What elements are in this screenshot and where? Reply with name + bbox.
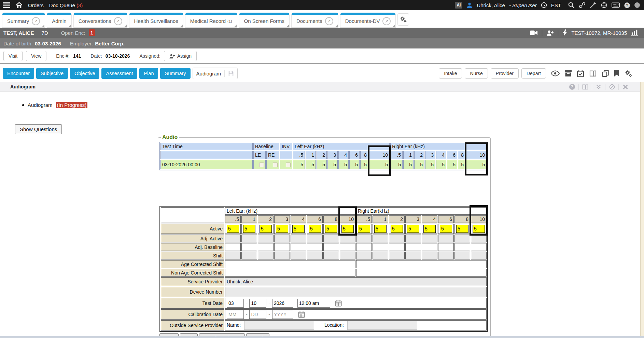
checkbox-icon[interactable] [286, 163, 291, 167]
grid-cell[interactable]: 5 [274, 224, 290, 234]
eye-icon[interactable] [551, 70, 560, 77]
person-add-icon[interactable] [546, 30, 554, 36]
soap-subjective-button[interactable]: Subjective [36, 68, 68, 79]
grid-cell-empty[interactable] [241, 252, 257, 259]
grid-cell[interactable]: 1 [373, 215, 388, 223]
help-icon[interactable]: ? [624, 2, 630, 9]
calendar-icon[interactable] [298, 311, 305, 318]
grid-cell[interactable]: 5 [436, 160, 446, 169]
copy-icon[interactable] [602, 70, 609, 77]
grid-cell-empty[interactable] [389, 235, 405, 242]
grid-cell[interactable]: 5 [422, 224, 437, 234]
right-panel-strip[interactable] [640, 82, 644, 338]
grid-cell[interactable]: .5 [356, 215, 372, 223]
grid-cell[interactable]: 3 [405, 215, 421, 223]
tab-documents[interactable]: Documents ↗ [291, 13, 338, 28]
grid-cell[interactable]: 1 [306, 151, 316, 159]
soap-assessment-button[interactable]: Assessment [101, 68, 137, 79]
grid-cell-empty[interactable] [323, 243, 339, 251]
grid-cell[interactable]: 6 [349, 151, 360, 159]
grid-cell[interactable]: 5 [340, 224, 355, 234]
test-date-year-input[interactable] [272, 299, 293, 308]
device-number-value[interactable] [225, 287, 487, 297]
grid-cell-empty[interactable] [291, 243, 306, 251]
soap-summary-button[interactable]: Summary [160, 68, 190, 79]
intake-button[interactable]: Intake [439, 68, 462, 79]
camera-icon[interactable] [530, 30, 538, 36]
grid-cell[interactable]: 5 [360, 160, 368, 169]
calibration-year-input[interactable] [272, 310, 293, 319]
grid-cell[interactable]: 10 [340, 215, 355, 223]
grid-cell-empty[interactable] [373, 252, 388, 259]
grid-cell-empty[interactable] [291, 235, 306, 242]
grid-cell[interactable]: .5 [225, 215, 241, 223]
grid-cell[interactable]: 5 [258, 224, 274, 234]
grid-cell[interactable]: 3 [274, 215, 290, 223]
grid-cell-empty[interactable] [471, 243, 487, 251]
grid-cell[interactable]: 5 [466, 160, 487, 169]
calibration-month-input[interactable] [227, 310, 244, 319]
grid-cell[interactable]: 6 [438, 215, 454, 223]
grid-cell[interactable]: 1 [241, 215, 257, 223]
grid-cell-empty[interactable] [471, 252, 487, 259]
grid-cell-empty[interactable] [373, 235, 388, 242]
home-icon[interactable] [16, 2, 23, 9]
test-date-day-input[interactable] [249, 299, 266, 308]
grid-cell[interactable]: 5 [373, 224, 388, 234]
grid-cell[interactable]: 5 [454, 224, 470, 234]
tab-medical-record[interactable]: Medical Record (1) [185, 13, 237, 28]
visit-button[interactable]: Visit [3, 51, 23, 61]
grid-cell-empty[interactable] [291, 252, 306, 259]
search-icon[interactable] [568, 2, 575, 9]
grid-cell[interactable]: 5 [438, 224, 454, 234]
grid-cell-empty[interactable] [405, 243, 421, 251]
grid-cell-empty[interactable] [340, 243, 355, 251]
book-icon[interactable] [589, 70, 597, 77]
grid-cell[interactable]: 4 [291, 215, 306, 223]
depart-button[interactable]: Depart [521, 68, 546, 79]
grid-cell[interactable]: 10 [466, 151, 487, 159]
grid-cell-empty[interactable] [356, 235, 372, 242]
grid-cell[interactable]: 8 [454, 215, 470, 223]
popout-icon[interactable]: ↗ [32, 17, 40, 25]
grid-cell-empty[interactable] [225, 243, 241, 251]
grid-cell-empty[interactable] [258, 235, 274, 242]
grid-cell[interactable]: 2 [317, 151, 327, 159]
grid-cell[interactable]: 5 [447, 160, 457, 169]
calibration-day-input[interactable] [249, 310, 266, 319]
grid-cell[interactable]: 5 [323, 224, 339, 234]
grid-cell[interactable]: 8 [360, 151, 368, 159]
grid-cell[interactable]: 5 [458, 160, 465, 169]
grid-cell[interactable]: 6 [447, 151, 457, 159]
outside-name-input[interactable] [244, 321, 314, 330]
audiogram-active-tab[interactable]: Audiogram [193, 68, 238, 79]
grid-cell-empty[interactable] [307, 243, 323, 251]
soap-plan-button[interactable]: Plan [139, 68, 158, 79]
grid-cell[interactable]: 3 [327, 151, 338, 159]
section-book-icon[interactable] [578, 84, 592, 90]
grid-cell[interactable]: 8 [458, 151, 465, 159]
grid-cell-empty[interactable] [356, 243, 372, 251]
note-item-link[interactable]: Audiogram [28, 102, 53, 108]
grid-cell-empty[interactable] [274, 235, 290, 242]
nurse-button[interactable]: Nurse [465, 68, 488, 79]
grid-cell[interactable]: 5 [369, 160, 390, 169]
grid-cell[interactable]: .5 [293, 151, 305, 159]
grid-cell-empty[interactable] [422, 235, 437, 242]
soap-encounter-button[interactable]: Encounter [3, 68, 34, 79]
gears-icon[interactable] [624, 70, 632, 77]
grid-cell-empty[interactable] [323, 235, 339, 242]
grid-cell-empty[interactable] [241, 243, 257, 251]
bar-chart-icon[interactable] [631, 29, 639, 36]
grid-cell-empty[interactable] [454, 243, 470, 251]
grid-cell[interactable]: 5 [405, 224, 421, 234]
view-button[interactable]: View [26, 51, 46, 61]
grid-cell[interactable]: 5 [389, 224, 405, 234]
test-time-input[interactable] [297, 299, 330, 308]
grid-cell-empty[interactable] [241, 235, 257, 242]
grid-cell[interactable]: 10 [471, 215, 487, 223]
checkbox-icon[interactable] [259, 163, 264, 167]
grid-cell[interactable]: 5 [225, 224, 241, 234]
grid-cell[interactable]: 5 [425, 160, 435, 169]
tab-documents-dv[interactable]: Documents-DV ↗ [340, 13, 396, 28]
